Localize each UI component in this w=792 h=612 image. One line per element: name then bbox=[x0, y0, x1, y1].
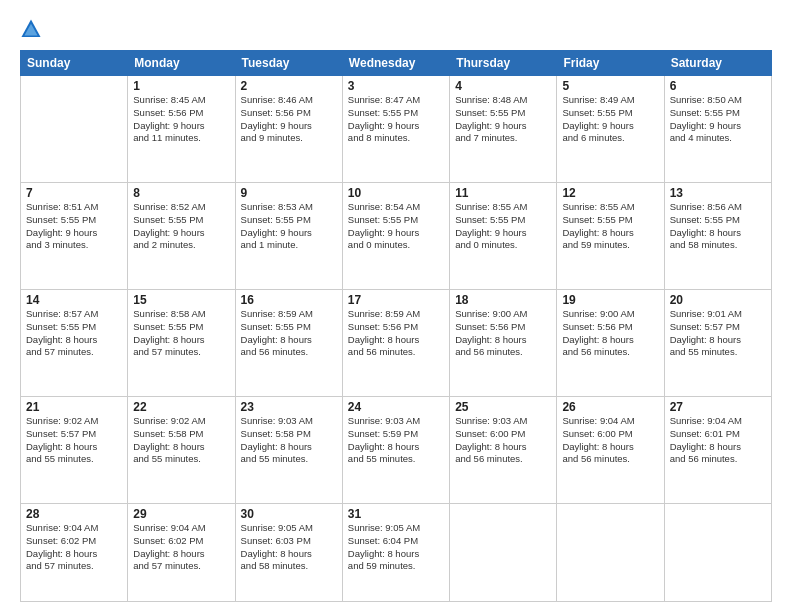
day-number: 10 bbox=[348, 186, 444, 200]
header bbox=[20, 18, 772, 40]
calendar-cell: 19Sunrise: 9:00 AM Sunset: 5:56 PM Dayli… bbox=[557, 290, 664, 397]
weekday-header-thursday: Thursday bbox=[450, 51, 557, 76]
calendar-week-row: 1Sunrise: 8:45 AM Sunset: 5:56 PM Daylig… bbox=[21, 76, 772, 183]
day-number: 15 bbox=[133, 293, 229, 307]
calendar-cell: 26Sunrise: 9:04 AM Sunset: 6:00 PM Dayli… bbox=[557, 397, 664, 504]
day-number: 5 bbox=[562, 79, 658, 93]
calendar-cell: 9Sunrise: 8:53 AM Sunset: 5:55 PM Daylig… bbox=[235, 183, 342, 290]
calendar-cell: 16Sunrise: 8:59 AM Sunset: 5:55 PM Dayli… bbox=[235, 290, 342, 397]
calendar-cell: 8Sunrise: 8:52 AM Sunset: 5:55 PM Daylig… bbox=[128, 183, 235, 290]
weekday-header-monday: Monday bbox=[128, 51, 235, 76]
day-number: 30 bbox=[241, 507, 337, 521]
calendar-cell: 13Sunrise: 8:56 AM Sunset: 5:55 PM Dayli… bbox=[664, 183, 771, 290]
weekday-header-tuesday: Tuesday bbox=[235, 51, 342, 76]
day-info: Sunrise: 8:48 AM Sunset: 5:55 PM Dayligh… bbox=[455, 94, 551, 145]
day-info: Sunrise: 8:47 AM Sunset: 5:55 PM Dayligh… bbox=[348, 94, 444, 145]
day-info: Sunrise: 9:03 AM Sunset: 5:59 PM Dayligh… bbox=[348, 415, 444, 466]
day-number: 29 bbox=[133, 507, 229, 521]
day-number: 2 bbox=[241, 79, 337, 93]
calendar-cell: 31Sunrise: 9:05 AM Sunset: 6:04 PM Dayli… bbox=[342, 504, 449, 602]
day-number: 16 bbox=[241, 293, 337, 307]
page: SundayMondayTuesdayWednesdayThursdayFrid… bbox=[0, 0, 792, 612]
day-info: Sunrise: 8:59 AM Sunset: 5:56 PM Dayligh… bbox=[348, 308, 444, 359]
calendar-cell: 4Sunrise: 8:48 AM Sunset: 5:55 PM Daylig… bbox=[450, 76, 557, 183]
day-number: 20 bbox=[670, 293, 766, 307]
day-number: 19 bbox=[562, 293, 658, 307]
day-number: 25 bbox=[455, 400, 551, 414]
day-info: Sunrise: 8:53 AM Sunset: 5:55 PM Dayligh… bbox=[241, 201, 337, 252]
weekday-header-wednesday: Wednesday bbox=[342, 51, 449, 76]
day-number: 21 bbox=[26, 400, 122, 414]
calendar-cell: 18Sunrise: 9:00 AM Sunset: 5:56 PM Dayli… bbox=[450, 290, 557, 397]
weekday-header-row: SundayMondayTuesdayWednesdayThursdayFrid… bbox=[21, 51, 772, 76]
day-info: Sunrise: 9:03 AM Sunset: 5:58 PM Dayligh… bbox=[241, 415, 337, 466]
calendar-cell: 5Sunrise: 8:49 AM Sunset: 5:55 PM Daylig… bbox=[557, 76, 664, 183]
day-info: Sunrise: 9:02 AM Sunset: 5:57 PM Dayligh… bbox=[26, 415, 122, 466]
day-number: 26 bbox=[562, 400, 658, 414]
day-info: Sunrise: 9:05 AM Sunset: 6:04 PM Dayligh… bbox=[348, 522, 444, 573]
day-info: Sunrise: 9:00 AM Sunset: 5:56 PM Dayligh… bbox=[562, 308, 658, 359]
day-info: Sunrise: 8:58 AM Sunset: 5:55 PM Dayligh… bbox=[133, 308, 229, 359]
calendar-week-row: 14Sunrise: 8:57 AM Sunset: 5:55 PM Dayli… bbox=[21, 290, 772, 397]
calendar-cell: 12Sunrise: 8:55 AM Sunset: 5:55 PM Dayli… bbox=[557, 183, 664, 290]
day-info: Sunrise: 9:04 AM Sunset: 6:02 PM Dayligh… bbox=[133, 522, 229, 573]
day-number: 9 bbox=[241, 186, 337, 200]
weekday-header-sunday: Sunday bbox=[21, 51, 128, 76]
calendar-cell: 2Sunrise: 8:46 AM Sunset: 5:56 PM Daylig… bbox=[235, 76, 342, 183]
day-info: Sunrise: 9:04 AM Sunset: 6:01 PM Dayligh… bbox=[670, 415, 766, 466]
day-number: 28 bbox=[26, 507, 122, 521]
calendar-cell: 20Sunrise: 9:01 AM Sunset: 5:57 PM Dayli… bbox=[664, 290, 771, 397]
calendar-cell bbox=[21, 76, 128, 183]
calendar-cell bbox=[664, 504, 771, 602]
calendar-cell: 10Sunrise: 8:54 AM Sunset: 5:55 PM Dayli… bbox=[342, 183, 449, 290]
day-number: 14 bbox=[26, 293, 122, 307]
day-number: 12 bbox=[562, 186, 658, 200]
calendar-cell: 21Sunrise: 9:02 AM Sunset: 5:57 PM Dayli… bbox=[21, 397, 128, 504]
day-info: Sunrise: 8:49 AM Sunset: 5:55 PM Dayligh… bbox=[562, 94, 658, 145]
day-number: 8 bbox=[133, 186, 229, 200]
day-number: 17 bbox=[348, 293, 444, 307]
calendar-cell: 28Sunrise: 9:04 AM Sunset: 6:02 PM Dayli… bbox=[21, 504, 128, 602]
day-number: 23 bbox=[241, 400, 337, 414]
day-info: Sunrise: 8:45 AM Sunset: 5:56 PM Dayligh… bbox=[133, 94, 229, 145]
day-info: Sunrise: 8:57 AM Sunset: 5:55 PM Dayligh… bbox=[26, 308, 122, 359]
day-number: 18 bbox=[455, 293, 551, 307]
day-number: 11 bbox=[455, 186, 551, 200]
day-number: 22 bbox=[133, 400, 229, 414]
calendar-cell: 24Sunrise: 9:03 AM Sunset: 5:59 PM Dayli… bbox=[342, 397, 449, 504]
day-info: Sunrise: 8:55 AM Sunset: 5:55 PM Dayligh… bbox=[455, 201, 551, 252]
day-info: Sunrise: 9:03 AM Sunset: 6:00 PM Dayligh… bbox=[455, 415, 551, 466]
calendar-week-row: 7Sunrise: 8:51 AM Sunset: 5:55 PM Daylig… bbox=[21, 183, 772, 290]
calendar-cell: 22Sunrise: 9:02 AM Sunset: 5:58 PM Dayli… bbox=[128, 397, 235, 504]
weekday-header-saturday: Saturday bbox=[664, 51, 771, 76]
day-info: Sunrise: 9:01 AM Sunset: 5:57 PM Dayligh… bbox=[670, 308, 766, 359]
calendar-cell: 14Sunrise: 8:57 AM Sunset: 5:55 PM Dayli… bbox=[21, 290, 128, 397]
day-info: Sunrise: 9:02 AM Sunset: 5:58 PM Dayligh… bbox=[133, 415, 229, 466]
calendar-cell: 29Sunrise: 9:04 AM Sunset: 6:02 PM Dayli… bbox=[128, 504, 235, 602]
day-info: Sunrise: 9:04 AM Sunset: 6:00 PM Dayligh… bbox=[562, 415, 658, 466]
calendar-cell: 25Sunrise: 9:03 AM Sunset: 6:00 PM Dayli… bbox=[450, 397, 557, 504]
calendar-cell bbox=[450, 504, 557, 602]
calendar-week-row: 28Sunrise: 9:04 AM Sunset: 6:02 PM Dayli… bbox=[21, 504, 772, 602]
calendar-cell: 11Sunrise: 8:55 AM Sunset: 5:55 PM Dayli… bbox=[450, 183, 557, 290]
day-number: 31 bbox=[348, 507, 444, 521]
day-info: Sunrise: 8:52 AM Sunset: 5:55 PM Dayligh… bbox=[133, 201, 229, 252]
calendar-cell: 1Sunrise: 8:45 AM Sunset: 5:56 PM Daylig… bbox=[128, 76, 235, 183]
day-number: 24 bbox=[348, 400, 444, 414]
calendar-cell: 15Sunrise: 8:58 AM Sunset: 5:55 PM Dayli… bbox=[128, 290, 235, 397]
day-number: 13 bbox=[670, 186, 766, 200]
day-info: Sunrise: 8:55 AM Sunset: 5:55 PM Dayligh… bbox=[562, 201, 658, 252]
calendar-cell: 7Sunrise: 8:51 AM Sunset: 5:55 PM Daylig… bbox=[21, 183, 128, 290]
day-number: 1 bbox=[133, 79, 229, 93]
calendar-cell: 30Sunrise: 9:05 AM Sunset: 6:03 PM Dayli… bbox=[235, 504, 342, 602]
day-number: 3 bbox=[348, 79, 444, 93]
day-info: Sunrise: 8:50 AM Sunset: 5:55 PM Dayligh… bbox=[670, 94, 766, 145]
day-info: Sunrise: 9:05 AM Sunset: 6:03 PM Dayligh… bbox=[241, 522, 337, 573]
day-info: Sunrise: 9:04 AM Sunset: 6:02 PM Dayligh… bbox=[26, 522, 122, 573]
day-number: 4 bbox=[455, 79, 551, 93]
day-info: Sunrise: 8:51 AM Sunset: 5:55 PM Dayligh… bbox=[26, 201, 122, 252]
calendar-cell: 23Sunrise: 9:03 AM Sunset: 5:58 PM Dayli… bbox=[235, 397, 342, 504]
logo bbox=[20, 18, 45, 40]
calendar-cell: 6Sunrise: 8:50 AM Sunset: 5:55 PM Daylig… bbox=[664, 76, 771, 183]
calendar-cell: 27Sunrise: 9:04 AM Sunset: 6:01 PM Dayli… bbox=[664, 397, 771, 504]
